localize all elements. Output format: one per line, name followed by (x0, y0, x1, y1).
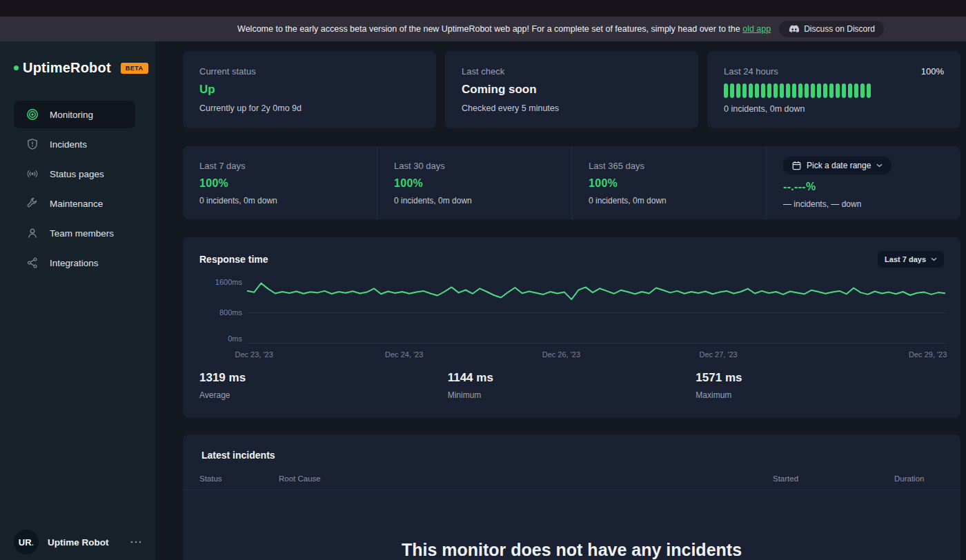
sidebar-item-label: Status pages (50, 169, 104, 179)
response-time-stats: 1319 ms Average 1144 ms Minimum 1571 ms … (199, 371, 944, 400)
avatar-dot: . (32, 537, 34, 548)
uptime-value: 100% (199, 177, 377, 190)
sidebar-item-incidents[interactable]: Incidents (14, 130, 135, 158)
uptime-col-7-days: Last 7 days 100% 0 incidents, 0m down (183, 146, 377, 219)
discuss-on-discord-button[interactable]: Discuss on Discord (779, 21, 884, 37)
incidents-empty-message: This monitor does not have any incidents (183, 540, 960, 560)
uptime-value: 100% (589, 177, 766, 190)
sidebar-item-maintenance[interactable]: Maintenance (14, 190, 135, 217)
last-check-subtitle: Checked every 5 minutes (462, 103, 682, 113)
sidebar-item-label: Team members (50, 228, 114, 239)
old-app-link[interactable]: old app (742, 24, 771, 34)
column-status: Status (199, 474, 279, 483)
uptime-col-30-days: Last 30 days 100% 0 incidents, 0m down (377, 146, 571, 219)
beta-badge: BETA (121, 63, 148, 74)
y-tick-1600: 1600ms (183, 278, 242, 286)
sidebar-item-label: Maintenance (50, 199, 103, 209)
response-time-card: Response time Last 7 days 1600ms 800ms 0… (183, 237, 960, 418)
banner-message: Welcome to the early access beta version… (237, 24, 740, 34)
rt-minimum-label: Minimum (448, 390, 696, 400)
account-row[interactable]: UR. Uptime Robot (0, 530, 155, 554)
chevron-down-icon (876, 163, 883, 168)
banner-text: Welcome to the early access beta version… (237, 24, 771, 34)
sidebar-item-status-pages[interactable]: Status pages (14, 160, 135, 188)
brand-dot-icon (14, 66, 19, 70)
share-nodes-icon (26, 257, 39, 269)
sidebar-menu: Monitoring Incidents Status pages (0, 101, 155, 277)
top-strip (0, 0, 966, 17)
current-status-title: Current status (199, 66, 420, 77)
y-tick-0: 0ms (183, 334, 242, 343)
beta-banner: Welcome to the early access beta version… (0, 17, 966, 41)
latest-incidents-title: Latest incidents (183, 434, 960, 461)
uptime-stats-card: Last 7 days 100% 0 incidents, 0m down La… (183, 146, 960, 219)
current-status-value: Up (199, 83, 420, 97)
uptime-custom-subtitle: — incidents, — down (783, 199, 960, 209)
column-duration: Duration (894, 474, 944, 483)
x-tick-label: Dec 23, '23 (235, 350, 273, 359)
column-root-cause: Root Cause (279, 474, 773, 483)
discord-button-label: Discuss on Discord (804, 24, 875, 34)
sidebar: UptimeRobot BETA Monitoring Incidents (0, 41, 155, 560)
person-icon (26, 227, 39, 239)
uptime-title: Last 365 days (589, 161, 766, 171)
x-tick-label: Dec 26, '23 (542, 350, 580, 359)
response-time-chart[interactable] (247, 282, 945, 343)
gridline-0 (247, 343, 945, 343)
rt-average-label: Average (199, 390, 448, 400)
status-cards-row: Current status Up Currently up for 2y 0m… (183, 51, 960, 128)
uptime-bars (724, 83, 944, 98)
response-time-title: Response time (199, 254, 268, 265)
account-name: Uptime Robot (48, 537, 109, 548)
rt-stat-minimum: 1144 ms Minimum (448, 371, 696, 400)
x-tick-label: Dec 27, '23 (699, 350, 737, 359)
last-24-title: Last 24 hours (724, 66, 778, 77)
incidents-table-header: Status Root Cause Started Duration (183, 474, 960, 490)
uptime-custom-value: --.---% (783, 181, 960, 193)
y-tick-800: 800ms (183, 308, 242, 317)
last-check-card: Last check Coming soon Checked every 5 m… (445, 51, 698, 128)
latest-incidents-card: Latest incidents Status Root Cause Start… (183, 434, 960, 560)
sidebar-item-integrations[interactable]: Integrations (14, 249, 135, 277)
last-24-percent: 100% (921, 66, 944, 77)
wrench-icon (26, 197, 39, 210)
avatar: UR. (14, 530, 39, 554)
current-status-card: Current status Up Currently up for 2y 0m… (183, 51, 436, 128)
rt-maximum-value: 1571 ms (696, 371, 944, 385)
response-time-range-button[interactable]: Last 7 days (878, 251, 944, 268)
rt-maximum-label: Maximum (696, 390, 944, 400)
last-24-hours-card: Last 24 hours 100% 0 incidents, 0m down (707, 51, 960, 128)
brand-name: UptimeRobot (23, 60, 111, 76)
rt-stat-maximum: 1571 ms Maximum (696, 371, 944, 400)
shield-icon (26, 138, 39, 150)
last-check-value: Coming soon (462, 83, 682, 97)
uptime-value: 100% (394, 177, 571, 190)
broadcast-icon (26, 168, 39, 180)
chevron-down-icon (931, 257, 937, 261)
uptime-col-custom-range: Pick a date range --.---% — incidents, —… (766, 146, 960, 219)
rt-average-value: 1319 ms (199, 371, 448, 385)
sidebar-item-monitoring[interactable]: Monitoring (14, 101, 135, 128)
sidebar-item-label: Integrations (50, 258, 99, 268)
column-started: Started (773, 474, 894, 483)
brand-logo: UptimeRobot BETA (0, 41, 155, 76)
x-tick-label: Dec 24, '23 (385, 350, 423, 359)
response-time-range-label: Last 7 days (885, 255, 926, 263)
response-time-line (247, 282, 945, 343)
last-24-subtitle: 0 incidents, 0m down (724, 104, 944, 114)
ellipsis-icon (130, 541, 141, 543)
current-status-subtitle: Currently up for 2y 0mo 9d (199, 103, 420, 113)
uptime-subtitle: 0 incidents, 0m down (199, 196, 377, 206)
account-more-button[interactable] (130, 541, 141, 543)
bullseye-icon (26, 108, 39, 121)
uptime-title: Last 7 days (199, 161, 377, 171)
rt-minimum-value: 1144 ms (448, 371, 696, 385)
uptime-subtitle: 0 incidents, 0m down (589, 196, 766, 206)
last-check-title: Last check (462, 66, 682, 77)
sidebar-item-label: Incidents (50, 139, 87, 150)
calendar-icon (792, 161, 801, 170)
sidebar-item-team-members[interactable]: Team members (14, 219, 135, 247)
pick-date-range-button[interactable]: Pick a date range (783, 157, 891, 174)
pick-date-range-label: Pick a date range (807, 161, 871, 170)
main-content: Current status Up Currently up for 2y 0m… (155, 41, 966, 560)
